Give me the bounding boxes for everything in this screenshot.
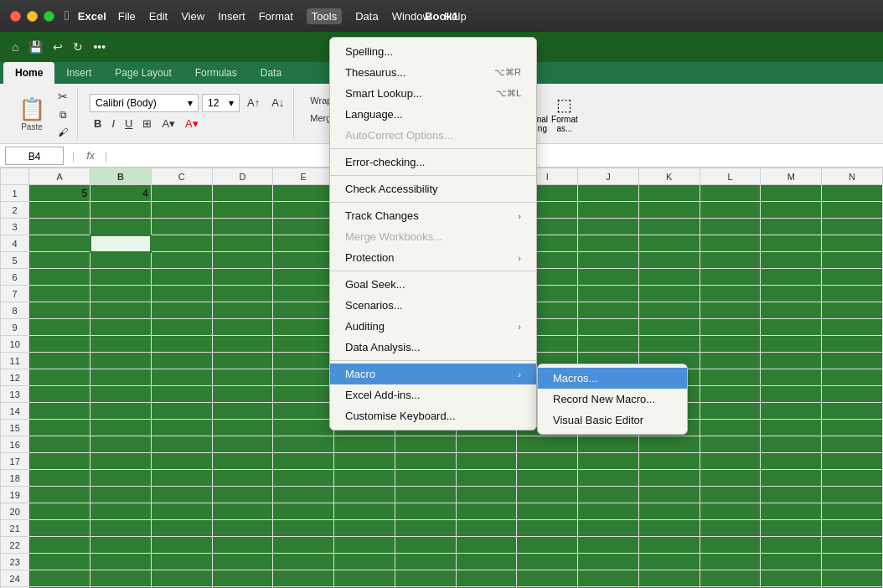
- cell[interactable]: [700, 487, 761, 503]
- maximize-button[interactable]: [44, 11, 54, 22]
- cell[interactable]: [700, 470, 761, 487]
- cell[interactable]: [334, 537, 395, 554]
- cell[interactable]: [334, 436, 395, 453]
- cell[interactable]: [212, 202, 273, 219]
- cell[interactable]: [212, 453, 273, 470]
- cell[interactable]: [638, 537, 700, 554]
- cell[interactable]: [700, 302, 761, 319]
- cell[interactable]: [151, 570, 212, 587]
- cell[interactable]: [29, 403, 90, 420]
- cell[interactable]: [578, 503, 639, 520]
- cell[interactable]: [273, 403, 334, 420]
- cell[interactable]: [761, 286, 822, 302]
- cell[interactable]: [29, 520, 90, 537]
- cell[interactable]: [395, 537, 456, 554]
- menu-spelling[interactable]: Spelling...: [330, 41, 536, 62]
- cell[interactable]: [90, 487, 152, 503]
- cell[interactable]: [151, 487, 212, 503]
- cell[interactable]: [822, 219, 883, 235]
- menu-thesaurus[interactable]: Thesaurus... ⌥⌘R: [330, 62, 536, 83]
- cell[interactable]: [700, 403, 761, 420]
- menu-edit[interactable]: Edit: [149, 10, 168, 23]
- format-painter-button[interactable]: 🖌: [54, 125, 72, 140]
- cell[interactable]: [151, 520, 212, 537]
- cell[interactable]: [273, 219, 334, 235]
- col-header-d[interactable]: D: [212, 168, 273, 185]
- cell[interactable]: [456, 537, 517, 554]
- cell[interactable]: [212, 420, 273, 436]
- cell[interactable]: [761, 219, 822, 235]
- cell[interactable]: [700, 554, 761, 570]
- tab-formulas[interactable]: Formulas: [183, 62, 249, 84]
- cell[interactable]: [700, 420, 761, 436]
- cell[interactable]: [29, 286, 90, 302]
- cell[interactable]: [212, 570, 273, 587]
- cell[interactable]: [212, 336, 273, 353]
- cell[interactable]: [151, 286, 212, 302]
- cell[interactable]: [395, 436, 456, 453]
- cell[interactable]: [90, 235, 152, 252]
- cell[interactable]: [29, 386, 90, 403]
- cell[interactable]: [395, 520, 456, 537]
- cell[interactable]: [90, 353, 152, 369]
- cell[interactable]: [273, 235, 334, 252]
- cell[interactable]: [273, 554, 334, 570]
- cell[interactable]: [761, 353, 822, 369]
- cell[interactable]: [90, 202, 152, 219]
- cell[interactable]: [212, 470, 273, 487]
- cell[interactable]: [700, 537, 761, 554]
- cell[interactable]: [517, 436, 578, 453]
- cell[interactable]: [29, 302, 90, 319]
- col-header-l[interactable]: L: [700, 168, 761, 185]
- cell[interactable]: [638, 503, 700, 520]
- cell[interactable]: [822, 336, 883, 353]
- cell[interactable]: [700, 386, 761, 403]
- cell[interactable]: [395, 503, 456, 520]
- cell[interactable]: [456, 520, 517, 537]
- menu-language[interactable]: Language...: [330, 104, 536, 125]
- cell[interactable]: [212, 353, 273, 369]
- menu-error-checking[interactable]: Error-checking...: [330, 152, 536, 173]
- cell[interactable]: [90, 403, 152, 420]
- cell[interactable]: [638, 235, 700, 252]
- cell[interactable]: [273, 336, 334, 353]
- menu-data-analysis[interactable]: Data Analysis...: [330, 337, 536, 358]
- cell[interactable]: [90, 369, 152, 386]
- cell[interactable]: [822, 453, 883, 470]
- cell[interactable]: [761, 302, 822, 319]
- cell[interactable]: [151, 302, 212, 319]
- tab-data[interactable]: Data: [249, 62, 293, 84]
- font-size-dropdown[interactable]: 12 ▾: [202, 94, 240, 112]
- cell[interactable]: [700, 235, 761, 252]
- cell[interactable]: [517, 554, 578, 570]
- cell[interactable]: [578, 554, 639, 570]
- redo-icon[interactable]: ↻: [70, 39, 86, 55]
- cell[interactable]: [638, 202, 700, 219]
- cell[interactable]: [638, 487, 700, 503]
- cell[interactable]: [578, 319, 639, 336]
- cell[interactable]: [578, 252, 639, 269]
- cell[interactable]: [273, 369, 334, 386]
- cell[interactable]: [822, 537, 883, 554]
- cell[interactable]: [29, 420, 90, 436]
- cell[interactable]: [822, 302, 883, 319]
- cell[interactable]: [638, 453, 700, 470]
- cell[interactable]: [29, 487, 90, 503]
- cell[interactable]: [29, 537, 90, 554]
- cell[interactable]: [29, 353, 90, 369]
- col-header-c[interactable]: C: [151, 168, 212, 185]
- cell[interactable]: [90, 470, 152, 487]
- cell[interactable]: 5: [29, 185, 90, 202]
- cell[interactable]: [212, 302, 273, 319]
- cell[interactable]: [456, 453, 517, 470]
- cell[interactable]: [822, 235, 883, 252]
- cell[interactable]: [456, 470, 517, 487]
- cell[interactable]: [761, 487, 822, 503]
- cell[interactable]: [90, 503, 152, 520]
- increase-font-button[interactable]: A↑: [243, 95, 264, 111]
- cell[interactable]: [761, 235, 822, 252]
- cell[interactable]: [90, 436, 152, 453]
- cell[interactable]: [151, 470, 212, 487]
- cell[interactable]: [151, 353, 212, 369]
- menu-auditing[interactable]: Auditing ›: [330, 316, 536, 337]
